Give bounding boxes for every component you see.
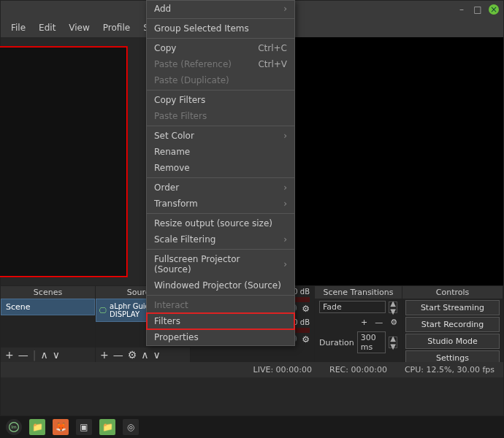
status-live: LIVE: 00:00:00	[253, 365, 312, 374]
menu-view[interactable]: View	[63, 20, 95, 36]
studio-mode-button[interactable]: Studio Mode	[405, 334, 500, 349]
scene-add-button[interactable]: +	[5, 349, 14, 361]
source-remove-button[interactable]: —	[113, 349, 123, 361]
menu-item-set-color[interactable]: Set Color	[147, 128, 294, 144]
menu-item-group-selected-items[interactable]: Group Selected Items	[147, 20, 294, 36]
monitor-icon: 🖵	[99, 307, 107, 315]
transitions-header: Scene Transitions	[315, 286, 402, 299]
source-down-button[interactable]: ∨	[153, 349, 161, 361]
obs-icon[interactable]: ◎	[123, 419, 139, 435]
transition-select[interactable]: Fade	[319, 301, 386, 313]
transition-spinner[interactable]: ▲▼	[389, 301, 397, 313]
menu-item-transform[interactable]: Transform	[147, 196, 294, 212]
scene-remove-button[interactable]: —	[18, 349, 28, 361]
menu-item-paste-filters: Paste Filters	[147, 108, 294, 124]
source-add-button[interactable]: +	[100, 349, 109, 361]
status-cpu: CPU: 12.5%, 30.00 fps	[405, 365, 495, 374]
menu-item-copy[interactable]: CopyCtrl+C	[147, 40, 294, 56]
transition-remove-button[interactable]: —	[375, 318, 383, 327]
files-icon[interactable]: 📁	[29, 419, 45, 435]
settings-button[interactable]: Settings	[405, 350, 500, 362]
menu-item-scale-filtering[interactable]: Scale Filtering	[147, 231, 294, 247]
menu-profile[interactable]: Profile	[97, 20, 136, 36]
start-recording-button[interactable]: Start Recording	[405, 317, 500, 332]
menu-item-paste-duplicate-: Paste (Duplicate)	[147, 72, 294, 88]
transition-add-button[interactable]: +	[361, 318, 367, 327]
menu-item-filters[interactable]: Filters	[147, 313, 294, 329]
source-up-button[interactable]: ∧	[141, 349, 148, 361]
track-settings-icon[interactable]	[302, 334, 310, 345]
menu-item-properties[interactable]: Properties	[147, 329, 294, 345]
controls-header: Controls	[402, 286, 503, 299]
source-settings-button[interactable]: ⚙	[128, 349, 137, 361]
start-menu-button[interactable]: lm	[6, 419, 22, 435]
menu-item-resize-output-source-size-[interactable]: Resize output (source size)	[147, 215, 294, 231]
status-rec: REC: 00:00:00	[329, 365, 387, 374]
menu-item-add[interactable]: Add	[147, 1, 294, 17]
svg-text:lm: lm	[11, 425, 17, 429]
status-bar: LIVE: 00:00:00 REC: 00:00:00 CPU: 12.5%,…	[1, 362, 503, 377]
terminal-icon[interactable]: ▣	[76, 419, 92, 435]
taskbar: lm 📁 🦊 ▣ 📁 ◎	[0, 416, 504, 438]
transitions-panel: Scene Transitions Fade ▲▼ + — Duration 3…	[315, 286, 402, 362]
menu-item-fullscreen-projector-source-[interactable]: Fullscreen Projector (Source)	[147, 251, 294, 277]
menu-item-copy-filters[interactable]: Copy Filters	[147, 92, 294, 108]
menu-item-order[interactable]: Order	[147, 180, 294, 196]
scene-down-button[interactable]: ∨	[53, 349, 60, 361]
source-context-menu[interactable]: AddGroup Selected ItemsCopyCtrl+CPaste (…	[146, 0, 295, 346]
maximize-button[interactable]: □	[473, 4, 483, 15]
duration-label: Duration	[319, 338, 354, 347]
menu-item-interact: Interact	[147, 297, 294, 313]
controls-panel: Controls Start Streaming Start Recording…	[402, 286, 503, 362]
scenes-header: Scenes	[1, 286, 95, 299]
transition-settings-button[interactable]	[390, 318, 397, 327]
menu-item-remove[interactable]: Remove	[147, 160, 294, 176]
menu-edit[interactable]: Edit	[33, 20, 61, 36]
menu-item-paste-reference-: Paste (Reference)Ctrl+V	[147, 56, 294, 72]
firefox-icon[interactable]: 🦊	[53, 419, 69, 435]
menu-file[interactable]: File	[5, 20, 31, 36]
files2-icon[interactable]: 📁	[99, 419, 115, 435]
duration-input[interactable]: 300 ms	[357, 331, 386, 353]
start-streaming-button[interactable]: Start Streaming	[405, 300, 500, 315]
selected-source-box[interactable]	[0, 47, 127, 277]
track-settings-icon[interactable]	[302, 304, 310, 314]
scene-up-button[interactable]: ∧	[40, 349, 47, 361]
scene-item[interactable]: Scene	[1, 299, 95, 315]
close-button[interactable]: ×	[489, 4, 499, 15]
duration-spinner[interactable]: ▲▼	[389, 337, 397, 348]
menu-item-windowed-projector-source-[interactable]: Windowed Projector (Source)	[147, 277, 294, 293]
scenes-panel: Scenes Scene + — | ∧ ∨	[1, 286, 96, 362]
menu-item-rename[interactable]: Rename	[147, 144, 294, 160]
minimize-button[interactable]: –	[457, 4, 467, 15]
